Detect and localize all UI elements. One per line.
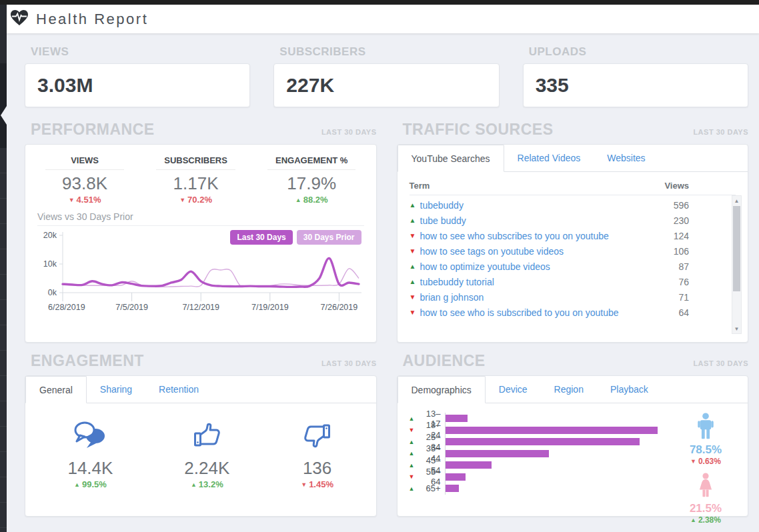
metric-delta: ▲88.2% <box>267 195 355 205</box>
metric-delta: ▼1.45% <box>301 479 333 489</box>
stat-value: 335 <box>536 74 569 97</box>
female-percent: 21.5% <box>666 502 745 515</box>
column-header-term: Term <box>410 181 659 191</box>
scroll-down-icon[interactable]: ▼ <box>732 324 741 333</box>
trend-icon: ▼ <box>690 458 696 465</box>
traffic-views: 71 <box>658 292 689 303</box>
views-chart: Last 30 Days 30 Days Prior 0k10k20k6/28/… <box>31 227 371 314</box>
panel-period: LAST 30 DAYS <box>693 359 748 367</box>
stat-views: VIEWS 3.03M <box>25 45 250 107</box>
panel-period: LAST 30 DAYS <box>321 128 377 136</box>
svg-text:6/28/2019: 6/28/2019 <box>48 303 85 312</box>
series-last-30-days <box>63 258 359 287</box>
trend-icon: ▲ <box>690 517 696 523</box>
trend-icon: ▼ <box>301 481 307 488</box>
metric-delta: ▲99.5% <box>67 479 113 489</box>
age-group-row: ▼18–24 <box>407 425 667 437</box>
trend-down-icon: ▼ <box>410 309 420 316</box>
tab-general[interactable]: General <box>25 376 87 403</box>
metric-value: 136 <box>301 458 333 479</box>
age-group-bar <box>446 438 640 445</box>
traffic-term-link[interactable]: how to see who subscribes to you on yout… <box>420 231 659 241</box>
panel-period: LAST 30 DAYS <box>321 359 377 367</box>
panel-title: PERFORMANCE <box>31 121 155 139</box>
tab-device[interactable]: Device <box>486 376 541 403</box>
traffic-term-link[interactable]: how to see who is subscribed to you on y… <box>420 307 659 318</box>
female-stat: 21.5% ▲2.38% <box>666 473 745 525</box>
engagement-tabs: General Sharing Retention <box>25 376 376 403</box>
column-header-views: Views <box>658 181 689 191</box>
traffic-term-link[interactable]: tubebuddy tutorial <box>420 277 659 287</box>
traffic-term-link[interactable]: how to see tags on youtube videos <box>420 246 659 257</box>
svg-text:7/12/2019: 7/12/2019 <box>182 303 219 312</box>
thumbs-down-icon <box>301 442 333 453</box>
audience-card: Demographics Device Region Playback ▲13–… <box>397 375 749 517</box>
traffic-term-link[interactable]: tube buddy <box>420 215 659 226</box>
stat-value: 3.03M <box>37 74 93 97</box>
traffic-row: ▲tubebuddy tutorial76 <box>410 274 736 289</box>
page-header: Health Report <box>0 5 759 33</box>
scroll-up-icon[interactable]: ▲ <box>732 196 741 205</box>
tab-websites[interactable]: Websites <box>594 145 658 171</box>
perf-metric-engagement: ENGAGEMENT % 17.9% ▲88.2% <box>267 154 355 205</box>
trend-down-icon: ▼ <box>407 427 417 433</box>
traffic-row: ▲tube buddy230 <box>410 213 736 228</box>
traffic-term-link[interactable]: tubebuddy <box>420 200 659 211</box>
panel-title: ENGAGEMENT <box>31 352 144 370</box>
trend-up-icon: ▲ <box>410 201 420 209</box>
age-group-bar <box>446 461 492 469</box>
trend-icon: ▲ <box>191 481 197 488</box>
legend-last-30-days[interactable]: Last 30 Days <box>230 230 292 245</box>
stat-label: SUBSCRIBERS <box>279 45 499 59</box>
tab-sharing[interactable]: Sharing <box>87 376 145 403</box>
svg-text:7/5/2019: 7/5/2019 <box>115 303 148 312</box>
performance-panel: PERFORMANCE LAST 30 DAYS VIEWS 93.8K ▼4.… <box>25 113 377 343</box>
traffic-views: 87 <box>658 261 689 272</box>
age-group-bar <box>446 427 658 434</box>
trend-icon: ▼ <box>179 197 185 203</box>
stat-card: 3.03M <box>25 63 250 107</box>
svg-text:10k: 10k <box>43 259 57 269</box>
traffic-row: ▼how to see tags on youtube videos106 <box>410 243 736 259</box>
age-group-bar <box>446 485 459 492</box>
tab-youtube-searches[interactable]: YouTube Searches <box>398 145 504 172</box>
age-group-row: ▲45–54 <box>407 459 667 471</box>
metric-delta: ▲13.2% <box>184 479 229 489</box>
panel-period: LAST 30 DAYS <box>693 128 748 136</box>
tab-demographics[interactable]: Demographics <box>398 376 486 403</box>
tab-region[interactable]: Region <box>541 376 597 403</box>
trend-up-icon: ▲ <box>410 278 420 285</box>
traffic-views: 124 <box>658 231 689 241</box>
chart-subtitle: Views vs 30 Days Prior <box>37 211 364 226</box>
stat-card: 335 <box>523 63 748 107</box>
traffic-views: 230 <box>658 215 689 226</box>
traffic-tabs: YouTube Searches Related Videos Websites <box>398 145 748 172</box>
traffic-term-link[interactable]: how to optimize youtube videos <box>420 261 659 272</box>
engagement-panel: ENGAGEMENT LAST 30 DAYS General Sharing … <box>25 344 377 517</box>
scrollbar[interactable]: ▲ ▼ <box>732 195 742 334</box>
tab-retention[interactable]: Retention <box>145 376 212 403</box>
svg-text:20k: 20k <box>43 231 57 240</box>
traffic-term-list: ▲tubebuddy596▲tube buddy230▼how to see w… <box>410 197 736 320</box>
tab-playback[interactable]: Playback <box>597 376 662 403</box>
metric-delta: ▼4.51% <box>45 195 124 205</box>
male-icon <box>696 430 716 441</box>
metric-label: SUBSCRIBERS <box>156 155 235 170</box>
dislikes-metric: 136 ▼1.45% <box>301 419 333 489</box>
trend-up-icon: ▲ <box>410 217 420 224</box>
metric-label: VIEWS <box>45 155 124 170</box>
age-group-row: ▲13–17 <box>407 413 667 425</box>
stat-value: 227K <box>286 74 334 97</box>
tab-related-videos[interactable]: Related Videos <box>504 145 594 171</box>
heart-pulse-icon <box>9 9 29 29</box>
legend-30-days-prior[interactable]: 30 Days Prior <box>297 230 361 245</box>
sidebar-collapse-arrow-icon[interactable] <box>1 106 7 125</box>
scrollbar-thumb[interactable] <box>733 206 740 291</box>
collapsed-sidebar[interactable] <box>0 5 7 532</box>
traffic-term-link[interactable]: brian g johnson <box>420 292 659 303</box>
sidebar-items <box>0 148 7 532</box>
audience-tabs: Demographics Device Region Playback <box>398 376 748 403</box>
stat-uploads: UPLOADS 335 <box>523 45 748 107</box>
metric-value: 1.17K <box>156 173 235 194</box>
comments-icon <box>72 442 108 453</box>
